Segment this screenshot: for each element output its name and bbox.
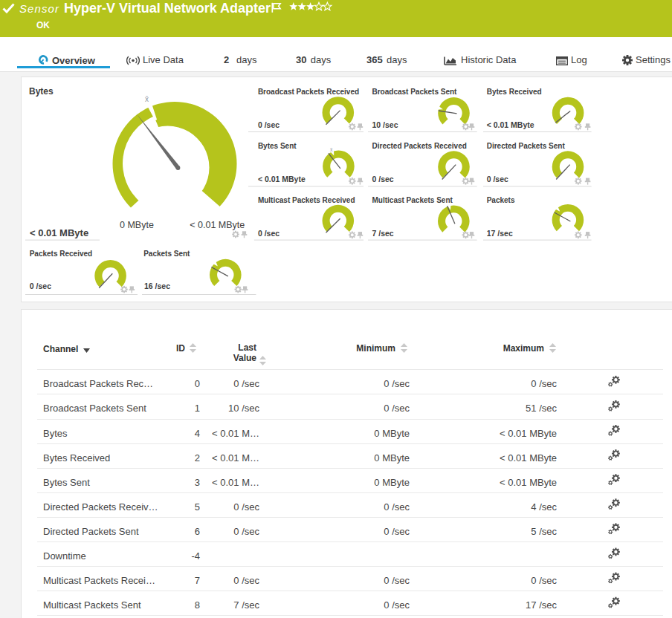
svg-text:x̄: x̄ bbox=[330, 147, 333, 152]
